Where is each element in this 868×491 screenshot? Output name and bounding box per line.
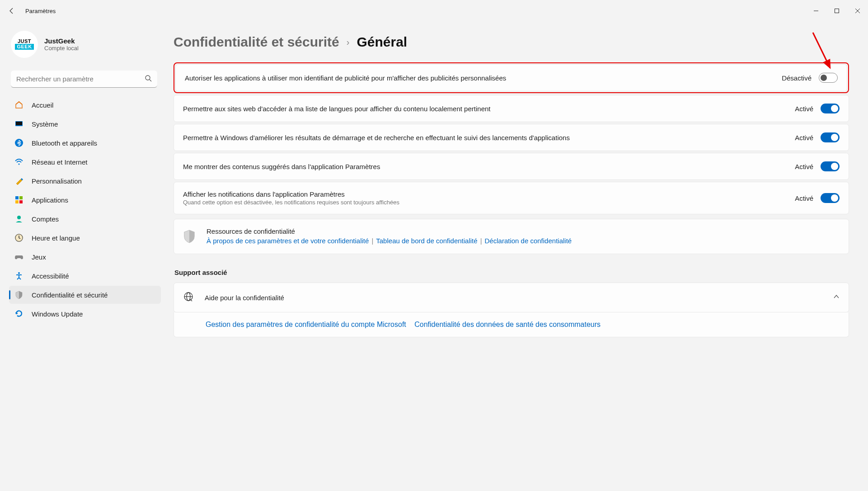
system-icon xyxy=(14,119,23,128)
svg-point-14 xyxy=(17,216,21,219)
sidebar: JUSTGEEK JustGeek Compte local Accueil S… xyxy=(0,22,163,491)
sidebar-item-label: Bluetooth et appareils xyxy=(32,139,97,147)
sidebar-item-label: Personnalisation xyxy=(32,177,82,185)
link-about-settings[interactable]: À propos de ces paramètres et de votre c… xyxy=(206,237,369,245)
link-privacy-statement[interactable]: Déclaration de confidentialité xyxy=(485,237,572,245)
sidebar-item-accounts[interactable]: Comptes xyxy=(9,210,161,228)
link-ms-privacy-settings[interactable]: Gestion des paramètres de confidentialit… xyxy=(206,321,406,328)
sidebar-item-label: Comptes xyxy=(32,215,59,223)
titlebar: Paramètres xyxy=(0,0,868,22)
sidebar-item-label: Réseau et Internet xyxy=(32,158,87,166)
search-icon xyxy=(145,75,152,84)
minimize-button[interactable] xyxy=(806,4,826,18)
setting-language-list[interactable]: Permettre aux sites web d'accéder à ma l… xyxy=(174,95,849,122)
toggle-advertising-id[interactable] xyxy=(819,73,838,83)
sidebar-item-personalization[interactable]: Personnalisation xyxy=(9,172,161,190)
setting-label: Afficher les notifications dans l'applic… xyxy=(183,190,786,198)
accessibility-icon xyxy=(14,271,23,280)
svg-rect-7 xyxy=(16,122,22,125)
help-privacy-expand[interactable]: Aide pour la confidentialité xyxy=(174,283,849,312)
privacy-icon xyxy=(14,290,23,299)
search-box xyxy=(11,71,157,88)
sidebar-item-label: Windows Update xyxy=(32,310,83,318)
status-text: Activé xyxy=(795,163,813,170)
sidebar-item-home[interactable]: Accueil xyxy=(9,96,161,114)
setting-suggested-content[interactable]: Me montrer des contenus suggérés dans l'… xyxy=(174,153,849,180)
sidebar-item-bluetooth[interactable]: Bluetooth et appareils xyxy=(9,134,161,152)
setting-label: Permettre à Windows d'améliorer les résu… xyxy=(183,134,786,142)
bluetooth-icon xyxy=(14,138,23,147)
window-title: Paramètres xyxy=(25,8,56,14)
support-section-title: Support associé xyxy=(174,269,849,276)
svg-point-17 xyxy=(18,272,20,274)
profile-sub: Compte local xyxy=(44,45,79,52)
link-privacy-dashboard[interactable]: Tableau de bord de confidentialité xyxy=(376,237,477,245)
close-button[interactable] xyxy=(847,4,868,18)
sidebar-item-label: Système xyxy=(32,120,58,128)
sidebar-item-network[interactable]: Réseau et Internet xyxy=(9,153,161,171)
sidebar-item-label: Jeux xyxy=(32,253,46,261)
link-health-data-privacy[interactable]: Confidentialité des données de santé des… xyxy=(414,321,601,328)
time-icon xyxy=(14,233,23,242)
sidebar-item-label: Applications xyxy=(32,196,68,204)
svg-rect-13 xyxy=(19,200,23,203)
update-icon xyxy=(14,309,23,318)
setting-notifications[interactable]: Afficher les notifications dans l'applic… xyxy=(174,182,849,214)
search-input[interactable] xyxy=(11,71,157,88)
setting-sublabel: Quand cette option est désactivée, les n… xyxy=(183,199,786,206)
toggle-notifications[interactable] xyxy=(821,193,840,203)
help-privacy-links: Gestion des paramètres de confidentialit… xyxy=(174,312,849,337)
setting-label: Autoriser les applications à utiliser mo… xyxy=(185,74,773,82)
svg-rect-10 xyxy=(15,196,19,199)
maximize-button[interactable] xyxy=(826,4,847,18)
profile-name: JustGeek xyxy=(44,37,79,45)
svg-rect-12 xyxy=(15,200,19,203)
resources-title: Ressources de confidentialité xyxy=(206,227,572,235)
sidebar-item-label: Heure et langue xyxy=(32,234,80,242)
sidebar-item-update[interactable]: Windows Update xyxy=(9,305,161,323)
setting-advertising-id[interactable]: Autoriser les applications à utiliser mo… xyxy=(175,64,847,91)
svg-point-4 xyxy=(145,76,150,80)
sidebar-item-accessibility[interactable]: Accessibilité xyxy=(9,267,161,285)
help-privacy-label: Aide pour la confidentialité xyxy=(205,294,284,302)
apps-icon xyxy=(14,195,23,204)
breadcrumb-separator: › xyxy=(347,37,350,47)
toggle-track-launches[interactable] xyxy=(821,132,840,142)
status-text: Activé xyxy=(795,134,813,142)
sidebar-item-privacy[interactable]: Confidentialité et sécurité xyxy=(9,286,161,304)
sidebar-item-system[interactable]: Système xyxy=(9,115,161,133)
svg-line-5 xyxy=(150,80,151,81)
sidebar-item-apps[interactable]: Applications xyxy=(9,191,161,209)
chevron-up-icon xyxy=(833,293,840,302)
sidebar-item-label: Confidentialité et sécurité xyxy=(32,291,108,299)
globe-icon xyxy=(183,291,194,304)
profile-block[interactable]: JUSTGEEK JustGeek Compte local xyxy=(9,27,161,66)
privacy-resources-card: Ressources de confidentialité À propos d… xyxy=(174,219,849,254)
sidebar-item-time[interactable]: Heure et langue xyxy=(9,229,161,247)
back-button[interactable] xyxy=(7,6,16,15)
setting-label: Permettre aux sites web d'accéder à ma l… xyxy=(183,105,786,113)
accounts-icon xyxy=(14,214,23,223)
sidebar-item-label: Accueil xyxy=(32,101,53,109)
svg-point-9 xyxy=(19,164,20,165)
svg-rect-11 xyxy=(19,196,23,199)
status-text: Activé xyxy=(795,194,813,202)
shield-icon xyxy=(183,229,196,246)
breadcrumb-parent[interactable]: Confidentialité et sécurité xyxy=(174,34,339,50)
breadcrumb: Confidentialité et sécurité › Général xyxy=(174,34,849,50)
setting-label: Me montrer des contenus suggérés dans l'… xyxy=(183,163,786,170)
toggle-suggested-content[interactable] xyxy=(821,161,840,171)
status-text: Désactivé xyxy=(782,74,812,82)
sidebar-item-gaming[interactable]: Jeux xyxy=(9,248,161,266)
home-icon xyxy=(14,100,23,109)
toggle-language-list[interactable] xyxy=(821,104,840,113)
window-controls xyxy=(806,4,868,18)
network-icon xyxy=(14,157,23,166)
gaming-icon xyxy=(14,252,23,261)
avatar: JUSTGEEK xyxy=(11,31,38,58)
breadcrumb-current: Général xyxy=(357,34,407,50)
setting-track-launches[interactable]: Permettre à Windows d'améliorer les résu… xyxy=(174,124,849,151)
personalization-icon xyxy=(14,176,23,185)
highlight-annotation: Autoriser les applications à utiliser mo… xyxy=(174,62,849,93)
main-content: Confidentialité et sécurité › Général Au… xyxy=(163,22,868,491)
